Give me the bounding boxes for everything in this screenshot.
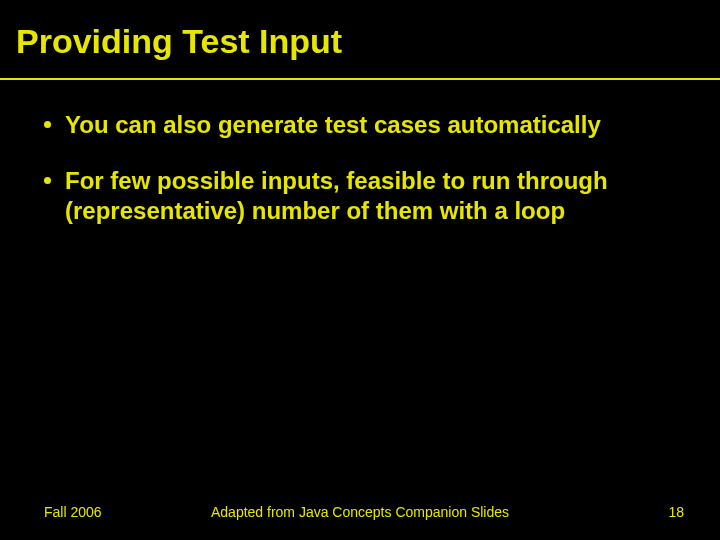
slide: Providing Test Input You can also genera… [0,0,720,540]
bullet-item: You can also generate test cases automat… [44,110,680,140]
bullet-item: For few possible inputs, feasible to run… [44,166,680,226]
bullet-dot-icon [44,177,51,184]
footer-page-number: 18 [668,504,684,520]
footer-center: Adapted from Java Concepts Companion Sli… [0,504,720,520]
slide-body: You can also generate test cases automat… [44,110,680,252]
slide-title: Providing Test Input [0,0,720,67]
bullet-text: For few possible inputs, feasible to run… [65,166,680,226]
title-underline [0,78,720,80]
bullet-text: You can also generate test cases automat… [65,110,680,140]
bullet-dot-icon [44,121,51,128]
